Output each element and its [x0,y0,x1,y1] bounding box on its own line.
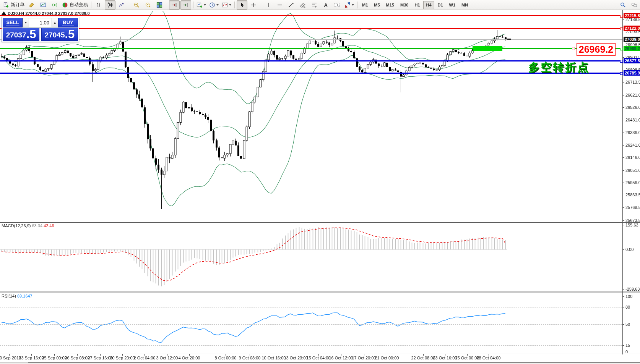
price-tag-anchor [620,60,623,63]
timeframe-button-m15[interactable]: M15 [383,1,397,9]
horizontal-level-line-26969.2[interactable] [0,48,622,49]
bar-chart-button[interactable] [93,0,104,10]
tiles-icon [156,2,162,8]
time-label: 22 Oct 08:00 [411,356,435,360]
horizontal-level-line-27122.0[interactable] [0,28,622,29]
time-label: 21 Oct 00:00 [375,356,399,360]
volume-decrease-button[interactable]: ▼ [23,18,29,28]
text-button[interactable]: A [320,0,331,10]
rsi-value: 69.1647 [17,294,32,298]
chart-plus-icon [197,2,203,8]
rsi-tick-label: 80 [625,305,630,309]
time-label: 23 Oct 16:00 [433,356,457,360]
timeframe-button-m30[interactable]: M30 [398,1,411,9]
trendline-icon [288,2,294,8]
trendline-button[interactable] [286,0,297,10]
time-label: 3 Oct 12:00 [156,356,178,360]
timeframe-button-m1[interactable]: M1 [359,1,370,9]
price-tick [622,57,624,58]
timeframe-button-w1[interactable]: W1 [447,1,458,9]
signals-button[interactable] [49,0,60,10]
horizontal-line-button[interactable] [275,0,285,10]
price-tag-26877.5: 26877.5 [624,58,640,63]
new-chart-button[interactable] [195,0,207,10]
toolbar-separator [91,2,91,8]
horizontal-level-line-27039.0[interactable] [0,39,622,40]
chat-button[interactable] [629,0,640,10]
svg-text:E: E [304,5,305,8]
price-tag-anchor [620,72,623,75]
price-tick [622,45,624,45]
price-tick [622,157,624,158]
time-label: 8 Oct 00:00 [215,356,237,360]
pane-separator [0,291,640,291]
buy-price-fraction: .5 [65,29,75,40]
timeframe-button-h4[interactable]: H4 [423,1,434,9]
price-tick [622,133,624,133]
price-tag-27039.0: 27039.0 [624,37,640,42]
scrollbar-thumb[interactable] [28,362,640,363]
market-watch-button[interactable] [38,0,49,10]
triangle-down-icon: ▼ [24,21,28,24]
zoom-in-button[interactable] [131,0,142,10]
buy-price-button[interactable]: 27045.5 [41,28,78,41]
styles-button[interactable] [26,0,37,10]
tile-windows-button[interactable] [154,0,165,10]
volume-increase-button[interactable]: ▲ [52,18,58,28]
line-chart-button[interactable] [116,0,127,10]
macd-tick [622,249,624,250]
zoom-out-button[interactable] [143,0,153,10]
toolbar-separator [357,2,357,8]
cursor-button[interactable] [237,0,247,10]
timeframe-button-mn[interactable]: MN [459,1,471,9]
toolbar-separator [261,2,261,8]
horizontal-level-line-27215.8[interactable] [0,15,622,16]
channel-icon: E [300,2,306,8]
highlight-rectangle[interactable] [473,46,502,51]
time-label: 13 Oct 23:00 [284,356,308,360]
arrows-button[interactable] [343,0,355,10]
timeframe-button-h1[interactable]: H1 [412,1,422,9]
timeframe-button-d1[interactable]: D1 [435,1,446,9]
text-a-icon: A [323,2,329,8]
hline-icon [277,2,283,8]
equidistant-channel-button[interactable]: E [297,0,308,10]
time-label: 10 Oct 16:00 [262,356,286,360]
signal-icon [52,2,58,8]
triangle-up-icon: ▲ [54,21,57,24]
auto-trading-button[interactable]: 自动交易 [61,0,89,10]
price-tick [622,95,624,95]
vertical-line-button[interactable] [263,0,274,10]
chart-shift-button[interactable] [169,0,180,10]
turning-point-annotation[interactable]: 多空转折点 [528,60,590,75]
timeframe-button-m5[interactable]: M5 [371,1,382,9]
price-callout-label[interactable]: 26969.2 [577,43,616,56]
price-tick-label: 25956.0 [625,180,640,185]
fibo-icon: F [311,2,317,8]
price-tick-label: 26336.0 [625,130,640,135]
rsi-tick-label: 100 [625,294,632,299]
candlestick-chart-button[interactable] [105,0,115,10]
search-button[interactable] [617,0,628,10]
new-order-button[interactable]: 新订单 [2,0,26,10]
chevron-down-icon [229,4,231,6]
price-tick-label: 25768.5 [625,205,640,210]
rsi-tick-label: 50 [625,322,630,327]
text-label-button[interactable]: T [332,0,343,10]
fibonacci-button[interactable]: F [309,0,320,10]
time-label: 23 Sep 16:00 [19,356,44,360]
price-tick [622,195,624,195]
indicator-icon [222,2,228,8]
callout-anchor-square [572,47,575,50]
periods-button[interactable] [208,0,220,10]
sell-price-button[interactable]: 27037.5 [3,28,39,41]
auto-scroll-button[interactable] [180,0,191,10]
crosshair-button[interactable] [248,0,259,10]
templates-button[interactable] [221,0,232,10]
price-tag-26969.2: 26969.2 [624,46,640,51]
buy-price-base: 27045 [45,30,65,40]
volume-input[interactable] [29,18,52,28]
sell-button[interactable]: SELL [3,18,23,28]
doc-plus-icon [3,2,9,8]
buy-button[interactable]: BUY [58,18,78,28]
